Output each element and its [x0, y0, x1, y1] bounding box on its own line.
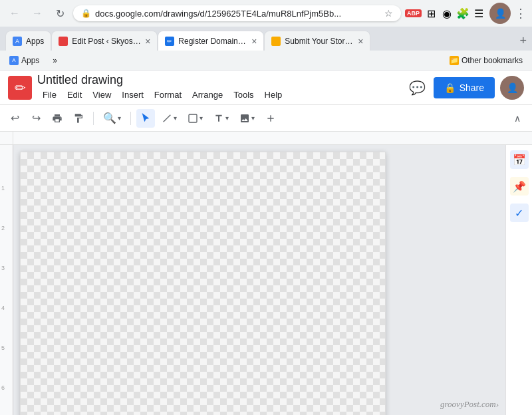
ruler-label-2: 2: [1, 225, 5, 231]
app-header: ✏ Untitled drawing File Edit View Insert…: [0, 70, 532, 105]
redo-button[interactable]: ↪: [27, 109, 45, 128]
app-title[interactable]: Untitled drawing: [37, 73, 401, 87]
tab-register-domain-favicon: ✏: [165, 37, 174, 46]
bookmark-other-label: Other bookmarks: [462, 56, 523, 65]
image-chevron: ▾: [251, 114, 255, 122]
bookmark-apps-label: Apps: [21, 56, 39, 65]
tab-register-domain[interactable]: ✏ Register Domain N... ×: [158, 31, 264, 51]
comment-button[interactable]: 💬: [406, 77, 428, 98]
abp-extension[interactable]: ABP: [405, 9, 422, 17]
new-tab-button[interactable]: +: [514, 31, 532, 51]
ruler-label-5: 5: [1, 345, 5, 351]
lock-icon: 🔒: [81, 9, 91, 18]
line-chevron: ▾: [174, 114, 177, 122]
bookmark-more-label: »: [53, 56, 57, 65]
zoom-icon: 🔍: [103, 112, 116, 124]
text-chevron: ▾: [225, 114, 229, 122]
paint-format-button[interactable]: [69, 109, 88, 128]
header-right: 💬 🔒 Share 👤: [406, 76, 524, 100]
zoom-chevron: ▾: [118, 114, 121, 122]
text-tool[interactable]: ▾: [209, 109, 233, 128]
drawing-canvas[interactable]: [20, 152, 386, 415]
tab-edit-post-close[interactable]: ×: [145, 36, 150, 47]
canvas-area[interactable]: [13, 145, 505, 415]
bookmark-folder-icon: 📁: [450, 56, 459, 65]
tab-apps[interactable]: A Apps: [5, 31, 51, 51]
tab-apps-label: Apps: [26, 37, 44, 46]
menu-insert[interactable]: Insert: [116, 87, 149, 102]
tab-submit-story-close[interactable]: ×: [358, 36, 363, 47]
menu-edit[interactable]: Edit: [62, 87, 87, 102]
tab-submit-story-label: Submit Your Story |...: [285, 37, 354, 46]
tab-edit-post[interactable]: Edit Post ‹ Skyose -... ×: [51, 31, 158, 51]
toolbar-collapse-button[interactable]: ∧: [508, 109, 527, 128]
ruler-container: for(let i=0;i<10;i++){ const x = i*63 + …: [0, 132, 532, 145]
address-text: docs.google.com/drawings/d/1259625TE4La/…: [95, 9, 380, 19]
ext-icon-1[interactable]: ⊞: [424, 7, 438, 20]
bookmark-star-icon[interactable]: ☆: [384, 8, 393, 19]
app-wrapper: ✏ Untitled drawing File Edit View Insert…: [0, 70, 532, 415]
svg-line-0: [164, 114, 171, 122]
tab-submit-story[interactable]: Submit Your Story |... ×: [264, 31, 370, 51]
menu-view[interactable]: View: [87, 87, 116, 102]
right-sidebar: 📅 📌 ✓: [505, 145, 532, 415]
tab-register-domain-label: Register Domain N...: [178, 37, 247, 46]
nav-bar: ← → ↻ 🔒 docs.google.com/drawings/d/12596…: [0, 0, 532, 27]
tab-register-domain-close[interactable]: ×: [251, 36, 257, 47]
toolbar: ↩ ↪ 🔍 ▾ ▾ ▾: [0, 105, 532, 132]
tasks-icon: ✓: [515, 207, 523, 219]
shape-tool[interactable]: ▾: [184, 109, 207, 128]
add-tool[interactable]: [261, 109, 280, 128]
line-tool[interactable]: ▾: [158, 109, 181, 128]
shape-chevron: ▾: [200, 114, 203, 122]
toolbar-sep-2: [130, 112, 131, 125]
ruler-corner: [0, 132, 13, 144]
sidebar-calendar[interactable]: 📅: [510, 150, 529, 169]
tab-apps-favicon: A: [13, 37, 22, 46]
back-button[interactable]: ←: [5, 4, 24, 23]
calendar-icon: 📅: [513, 154, 526, 166]
bookmark-more[interactable]: »: [49, 55, 61, 67]
forward-button[interactable]: →: [28, 4, 47, 23]
horizontal-ruler: for(let i=0;i<10;i++){ const x = i*63 + …: [13, 132, 532, 145]
main-area: 1 2 3 4 5 6 7 📅 📌: [0, 145, 532, 415]
app-container: ✏ Untitled drawing File Edit View Insert…: [0, 70, 532, 415]
browser-menu-button[interactable]: ⋮: [515, 6, 527, 21]
address-bar[interactable]: 🔒 docs.google.com/drawings/d/1259625TE4L…: [73, 5, 401, 21]
bookmark-apps[interactable]: A Apps: [5, 55, 43, 67]
menu-file[interactable]: File: [37, 87, 62, 102]
ruler-label-3: 3: [1, 265, 5, 271]
print-button[interactable]: [48, 109, 66, 128]
sidebar-tasks[interactable]: ✓: [510, 204, 529, 222]
user-avatar[interactable]: 👤: [489, 3, 511, 24]
app-title-area: Untitled drawing File Edit View Insert F…: [37, 73, 401, 102]
app-logo: ✏: [8, 76, 32, 100]
tabs-bar: A Apps Edit Post ‹ Skyose -... × ✏ Regis…: [0, 27, 532, 51]
keep-icon: 📌: [513, 180, 526, 193]
svg-rect-1: [189, 114, 197, 122]
select-tool[interactable]: [136, 109, 155, 128]
app-logo-icon: ✏: [15, 80, 26, 96]
share-label: Share: [460, 82, 484, 93]
tab-edit-post-label: Edit Post ‹ Skyose -...: [72, 37, 141, 46]
ext-icon-4[interactable]: ☰: [472, 7, 485, 20]
image-tool[interactable]: ▾: [235, 109, 259, 128]
undo-button[interactable]: ↩: [5, 109, 24, 128]
bookmark-other[interactable]: 📁 Other bookmarks: [446, 55, 527, 67]
share-button[interactable]: 🔒 Share: [434, 77, 495, 98]
menu-arrange[interactable]: Arrange: [187, 87, 228, 102]
tab-submit-story-favicon: [271, 37, 281, 46]
zoom-button[interactable]: 🔍 ▾: [99, 109, 125, 128]
reload-button[interactable]: ↻: [51, 4, 69, 23]
menu-format[interactable]: Format: [149, 87, 187, 102]
menu-tools[interactable]: Tools: [228, 87, 259, 102]
sidebar-keep[interactable]: 📌: [510, 177, 529, 196]
menu-help[interactable]: Help: [259, 87, 288, 102]
tab-edit-post-favicon: [59, 37, 68, 46]
app-menu: File Edit View Insert Format Arrange Too…: [37, 87, 401, 102]
app-user-avatar[interactable]: 👤: [500, 76, 524, 100]
side-ruler: 1 2 3 4 5 6 7: [0, 145, 13, 415]
extension-icons: ABP ⊞ ◉ 🧩 ☰: [405, 7, 485, 20]
ext-icon-2[interactable]: ◉: [440, 7, 454, 20]
ext-icon-3[interactable]: 🧩: [456, 7, 469, 20]
